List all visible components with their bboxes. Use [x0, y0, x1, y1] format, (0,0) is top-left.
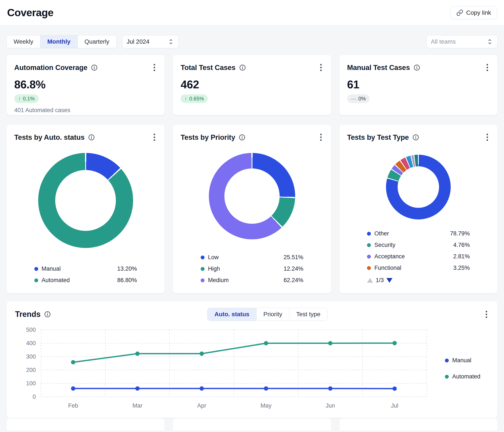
info-icon[interactable] — [413, 64, 420, 71]
kebab-menu-icon[interactable] — [485, 132, 490, 142]
legend-label: Manual — [42, 265, 61, 272]
legend-item: Acceptance2.81% — [367, 253, 470, 260]
page-down-icon[interactable] — [387, 278, 392, 283]
period-tab-weekly[interactable]: Weekly — [7, 35, 40, 48]
delta-badge: ↑ 0.65% — [180, 94, 208, 103]
svg-text:Feb: Feb — [68, 402, 78, 409]
priority-donut-chart — [209, 153, 295, 239]
legend-item: Manual — [445, 357, 489, 364]
legend-value: 78.79% — [450, 230, 470, 237]
kebab-menu-icon[interactable] — [152, 132, 157, 142]
test-type-legend: Other78.79%Security4.76%Acceptance2.81%F… — [367, 230, 470, 271]
legend-label: Low — [208, 254, 219, 261]
dash-icon: — — [351, 96, 356, 102]
legend-label: Medium — [208, 277, 229, 284]
legend-item: Functional3.25% — [367, 265, 470, 271]
svg-text:Mar: Mar — [133, 402, 143, 409]
legend-item: Automated86.80% — [34, 277, 137, 284]
teams-select[interactable]: All teams — [426, 35, 497, 48]
partial-card — [7, 418, 165, 431]
chevron-up-down-icon — [486, 38, 493, 45]
chevron-up-down-icon — [168, 38, 174, 45]
legend-dot-icon — [367, 243, 371, 247]
trends-tab-auto-status[interactable]: Auto. status — [207, 308, 256, 320]
card-title: Total Test Cases — [180, 64, 235, 72]
period-tab-monthly[interactable]: Monthly — [40, 35, 77, 48]
kebab-menu-icon[interactable] — [484, 309, 489, 320]
partial-card — [339, 418, 497, 431]
legend-dot-icon — [201, 267, 205, 271]
legend-value: 2.81% — [453, 253, 470, 260]
arrow-up-icon: ↑ — [184, 96, 187, 102]
test-type-donut-chart — [386, 155, 451, 219]
trends-tab-priority[interactable]: Priority — [256, 308, 289, 320]
legend-dot-icon — [201, 255, 205, 259]
kebab-menu-icon[interactable] — [485, 62, 490, 73]
kebab-menu-icon[interactable] — [318, 62, 324, 73]
trends-tab-test-type[interactable]: Test type — [289, 308, 327, 320]
page-up-icon[interactable] — [367, 278, 373, 283]
delta-value: 0.1% — [23, 96, 35, 102]
legend-label: Automated — [42, 277, 70, 284]
period-tab-quarterly[interactable]: Quarterly — [77, 35, 116, 48]
kebab-menu-icon[interactable] — [152, 62, 157, 73]
month-select[interactable]: Jul 2024 — [122, 35, 179, 48]
card-title: Manual Test Cases — [347, 64, 410, 72]
stat-subtext: 401 Automated cases — [14, 107, 157, 114]
delta-value: 0.65% — [189, 96, 204, 102]
tests-by-auto-status-card: Tests by Auto. status Manual13.20%Automa… — [7, 125, 165, 293]
manual-test-cases-card: Manual Test Cases 61 — 0% — [339, 55, 497, 115]
legend-value: 13.20% — [117, 265, 137, 272]
next-row-partial-cards — [7, 418, 497, 431]
kebab-menu-icon[interactable] — [318, 132, 324, 142]
stat-value: 86.8% — [14, 78, 157, 91]
info-icon[interactable] — [239, 134, 245, 141]
svg-text:May: May — [261, 402, 272, 409]
svg-text:0: 0 — [33, 394, 36, 400]
svg-text:300: 300 — [26, 353, 36, 360]
legend-dot-icon — [445, 375, 449, 379]
legend-item: High12.24% — [201, 265, 303, 272]
legend-item: Automated — [445, 373, 489, 380]
delta-badge: — 0% — [347, 94, 370, 103]
legend-value: 86.80% — [117, 277, 137, 284]
info-icon[interactable] — [88, 134, 95, 141]
card-title: Tests by Priority — [180, 133, 235, 141]
page-title: Coverage — [7, 7, 54, 19]
tests-by-priority-card: Tests by Priority Low25.51%High12.24%Med… — [173, 125, 331, 293]
legend-dot-icon — [445, 358, 449, 362]
card-title: Automation Coverage — [14, 64, 87, 72]
legend-label: Manual — [452, 357, 471, 364]
auto-status-donut-chart — [38, 153, 133, 248]
info-icon[interactable] — [91, 64, 98, 71]
card-title: Tests by Auto. status — [14, 133, 85, 141]
svg-text:200: 200 — [26, 367, 36, 373]
svg-text:100: 100 — [26, 380, 36, 387]
svg-text:Apr: Apr — [197, 402, 206, 409]
trends-card: Trends Auto. status Priority Test type 0… — [7, 301, 497, 418]
svg-text:Jul: Jul — [391, 402, 398, 409]
info-icon[interactable] — [239, 64, 246, 71]
stat-value: 462 — [180, 78, 323, 91]
legend-item: Manual13.20% — [34, 265, 137, 272]
trends-title: Trends — [15, 310, 41, 319]
legend-dot-icon — [367, 255, 371, 259]
card-title: Tests by Test Type — [347, 133, 409, 141]
legend-item: Low25.51% — [201, 254, 303, 261]
info-icon[interactable] — [412, 134, 419, 141]
trends-legend: ManualAutomated — [444, 324, 489, 413]
legend-label: Automated — [452, 373, 480, 380]
donut-cards-row: Tests by Auto. status Manual13.20%Automa… — [7, 125, 497, 293]
copy-link-button[interactable]: Copy link — [450, 6, 497, 19]
delta-value: 0% — [358, 96, 366, 102]
auto-status-legend: Manual13.20%Automated86.80% — [34, 265, 137, 284]
tests-by-test-type-card: Tests by Test Type Other78.79%Security4.… — [339, 125, 497, 293]
legend-label: Acceptance — [374, 253, 405, 260]
legend-label: Security — [374, 242, 396, 248]
month-select-value: Jul 2024 — [127, 38, 150, 45]
automation-coverage-card: Automation Coverage 86.8% ↑ 0.1% 401 Aut… — [7, 55, 165, 115]
legend-dot-icon — [34, 278, 38, 282]
info-icon[interactable] — [44, 311, 51, 318]
legend-pagination: 1/3 — [367, 277, 470, 284]
legend-value: 62.24% — [284, 277, 303, 284]
